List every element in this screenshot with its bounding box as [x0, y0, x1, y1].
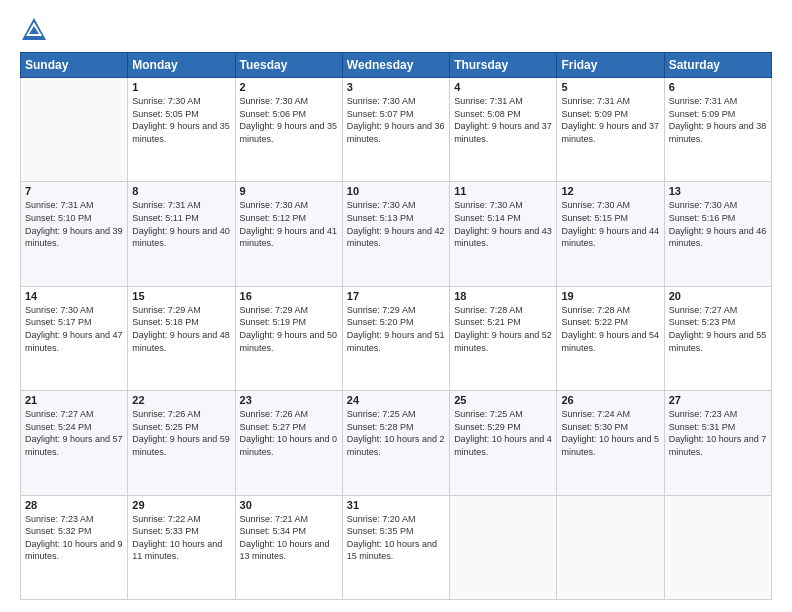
day-info: Sunrise: 7:30 AMSunset: 5:15 PMDaylight:…: [561, 199, 659, 249]
day-info: Sunrise: 7:20 AMSunset: 5:35 PMDaylight:…: [347, 513, 445, 563]
calendar-day-cell: 14Sunrise: 7:30 AMSunset: 5:17 PMDayligh…: [21, 286, 128, 390]
day-info: Sunrise: 7:31 AMSunset: 5:08 PMDaylight:…: [454, 95, 552, 145]
day-info: Sunrise: 7:26 AMSunset: 5:27 PMDaylight:…: [240, 408, 338, 458]
calendar-day-cell: 21Sunrise: 7:27 AMSunset: 5:24 PMDayligh…: [21, 391, 128, 495]
day-info: Sunrise: 7:29 AMSunset: 5:18 PMDaylight:…: [132, 304, 230, 354]
calendar-day-cell: 10Sunrise: 7:30 AMSunset: 5:13 PMDayligh…: [342, 182, 449, 286]
page: SundayMondayTuesdayWednesdayThursdayFrid…: [0, 0, 792, 612]
calendar-day-cell: 15Sunrise: 7:29 AMSunset: 5:18 PMDayligh…: [128, 286, 235, 390]
day-number: 14: [25, 290, 123, 302]
day-info: Sunrise: 7:31 AMSunset: 5:10 PMDaylight:…: [25, 199, 123, 249]
day-number: 3: [347, 81, 445, 93]
calendar-day-cell: 22Sunrise: 7:26 AMSunset: 5:25 PMDayligh…: [128, 391, 235, 495]
day-info: Sunrise: 7:24 AMSunset: 5:30 PMDaylight:…: [561, 408, 659, 458]
calendar-day-cell: 2Sunrise: 7:30 AMSunset: 5:06 PMDaylight…: [235, 78, 342, 182]
day-number: 6: [669, 81, 767, 93]
weekday-row: SundayMondayTuesdayWednesdayThursdayFrid…: [21, 53, 772, 78]
day-number: 23: [240, 394, 338, 406]
calendar-week-row: 21Sunrise: 7:27 AMSunset: 5:24 PMDayligh…: [21, 391, 772, 495]
calendar-day-cell: 29Sunrise: 7:22 AMSunset: 5:33 PMDayligh…: [128, 495, 235, 599]
day-number: 12: [561, 185, 659, 197]
day-info: Sunrise: 7:23 AMSunset: 5:31 PMDaylight:…: [669, 408, 767, 458]
day-number: 15: [132, 290, 230, 302]
calendar-table: SundayMondayTuesdayWednesdayThursdayFrid…: [20, 52, 772, 600]
day-number: 21: [25, 394, 123, 406]
weekday-header: Wednesday: [342, 53, 449, 78]
day-info: Sunrise: 7:30 AMSunset: 5:05 PMDaylight:…: [132, 95, 230, 145]
day-number: 19: [561, 290, 659, 302]
logo: [20, 16, 52, 44]
calendar-day-cell: 31Sunrise: 7:20 AMSunset: 5:35 PMDayligh…: [342, 495, 449, 599]
calendar-day-cell: 24Sunrise: 7:25 AMSunset: 5:28 PMDayligh…: [342, 391, 449, 495]
calendar-week-row: 1Sunrise: 7:30 AMSunset: 5:05 PMDaylight…: [21, 78, 772, 182]
calendar-day-cell: 4Sunrise: 7:31 AMSunset: 5:08 PMDaylight…: [450, 78, 557, 182]
logo-icon: [20, 16, 48, 44]
day-number: 16: [240, 290, 338, 302]
day-number: 17: [347, 290, 445, 302]
day-info: Sunrise: 7:22 AMSunset: 5:33 PMDaylight:…: [132, 513, 230, 563]
header: [20, 16, 772, 44]
day-number: 9: [240, 185, 338, 197]
day-info: Sunrise: 7:30 AMSunset: 5:14 PMDaylight:…: [454, 199, 552, 249]
calendar-week-row: 14Sunrise: 7:30 AMSunset: 5:17 PMDayligh…: [21, 286, 772, 390]
day-info: Sunrise: 7:29 AMSunset: 5:19 PMDaylight:…: [240, 304, 338, 354]
day-info: Sunrise: 7:27 AMSunset: 5:24 PMDaylight:…: [25, 408, 123, 458]
calendar-day-cell: 6Sunrise: 7:31 AMSunset: 5:09 PMDaylight…: [664, 78, 771, 182]
day-info: Sunrise: 7:31 AMSunset: 5:09 PMDaylight:…: [669, 95, 767, 145]
day-info: Sunrise: 7:27 AMSunset: 5:23 PMDaylight:…: [669, 304, 767, 354]
day-number: 5: [561, 81, 659, 93]
day-number: 25: [454, 394, 552, 406]
day-number: 27: [669, 394, 767, 406]
calendar-day-cell: 13Sunrise: 7:30 AMSunset: 5:16 PMDayligh…: [664, 182, 771, 286]
day-info: Sunrise: 7:30 AMSunset: 5:12 PMDaylight:…: [240, 199, 338, 249]
calendar-day-cell: [664, 495, 771, 599]
calendar-body: 1Sunrise: 7:30 AMSunset: 5:05 PMDaylight…: [21, 78, 772, 600]
day-number: 29: [132, 499, 230, 511]
calendar-day-cell: 20Sunrise: 7:27 AMSunset: 5:23 PMDayligh…: [664, 286, 771, 390]
day-number: 13: [669, 185, 767, 197]
day-number: 26: [561, 394, 659, 406]
day-info: Sunrise: 7:30 AMSunset: 5:06 PMDaylight:…: [240, 95, 338, 145]
calendar-day-cell: [21, 78, 128, 182]
day-number: 8: [132, 185, 230, 197]
weekday-header: Thursday: [450, 53, 557, 78]
calendar-day-cell: 23Sunrise: 7:26 AMSunset: 5:27 PMDayligh…: [235, 391, 342, 495]
calendar-day-cell: 25Sunrise: 7:25 AMSunset: 5:29 PMDayligh…: [450, 391, 557, 495]
calendar-day-cell: 26Sunrise: 7:24 AMSunset: 5:30 PMDayligh…: [557, 391, 664, 495]
day-number: 24: [347, 394, 445, 406]
day-info: Sunrise: 7:30 AMSunset: 5:13 PMDaylight:…: [347, 199, 445, 249]
day-info: Sunrise: 7:28 AMSunset: 5:21 PMDaylight:…: [454, 304, 552, 354]
day-info: Sunrise: 7:31 AMSunset: 5:09 PMDaylight:…: [561, 95, 659, 145]
calendar-day-cell: 18Sunrise: 7:28 AMSunset: 5:21 PMDayligh…: [450, 286, 557, 390]
weekday-header: Friday: [557, 53, 664, 78]
day-number: 28: [25, 499, 123, 511]
day-info: Sunrise: 7:29 AMSunset: 5:20 PMDaylight:…: [347, 304, 445, 354]
weekday-header: Tuesday: [235, 53, 342, 78]
day-number: 2: [240, 81, 338, 93]
day-number: 18: [454, 290, 552, 302]
weekday-header: Monday: [128, 53, 235, 78]
day-info: Sunrise: 7:26 AMSunset: 5:25 PMDaylight:…: [132, 408, 230, 458]
day-info: Sunrise: 7:28 AMSunset: 5:22 PMDaylight:…: [561, 304, 659, 354]
calendar-day-cell: 11Sunrise: 7:30 AMSunset: 5:14 PMDayligh…: [450, 182, 557, 286]
calendar-day-cell: 19Sunrise: 7:28 AMSunset: 5:22 PMDayligh…: [557, 286, 664, 390]
calendar-day-cell: 16Sunrise: 7:29 AMSunset: 5:19 PMDayligh…: [235, 286, 342, 390]
calendar-day-cell: 28Sunrise: 7:23 AMSunset: 5:32 PMDayligh…: [21, 495, 128, 599]
day-info: Sunrise: 7:23 AMSunset: 5:32 PMDaylight:…: [25, 513, 123, 563]
calendar-day-cell: 17Sunrise: 7:29 AMSunset: 5:20 PMDayligh…: [342, 286, 449, 390]
day-number: 30: [240, 499, 338, 511]
day-info: Sunrise: 7:30 AMSunset: 5:17 PMDaylight:…: [25, 304, 123, 354]
day-info: Sunrise: 7:25 AMSunset: 5:28 PMDaylight:…: [347, 408, 445, 458]
calendar-day-cell: [557, 495, 664, 599]
day-info: Sunrise: 7:21 AMSunset: 5:34 PMDaylight:…: [240, 513, 338, 563]
calendar-day-cell: 1Sunrise: 7:30 AMSunset: 5:05 PMDaylight…: [128, 78, 235, 182]
day-info: Sunrise: 7:31 AMSunset: 5:11 PMDaylight:…: [132, 199, 230, 249]
calendar-day-cell: 5Sunrise: 7:31 AMSunset: 5:09 PMDaylight…: [557, 78, 664, 182]
day-number: 20: [669, 290, 767, 302]
calendar-day-cell: 27Sunrise: 7:23 AMSunset: 5:31 PMDayligh…: [664, 391, 771, 495]
calendar-day-cell: 3Sunrise: 7:30 AMSunset: 5:07 PMDaylight…: [342, 78, 449, 182]
day-info: Sunrise: 7:30 AMSunset: 5:07 PMDaylight:…: [347, 95, 445, 145]
day-number: 31: [347, 499, 445, 511]
weekday-header: Sunday: [21, 53, 128, 78]
day-number: 10: [347, 185, 445, 197]
